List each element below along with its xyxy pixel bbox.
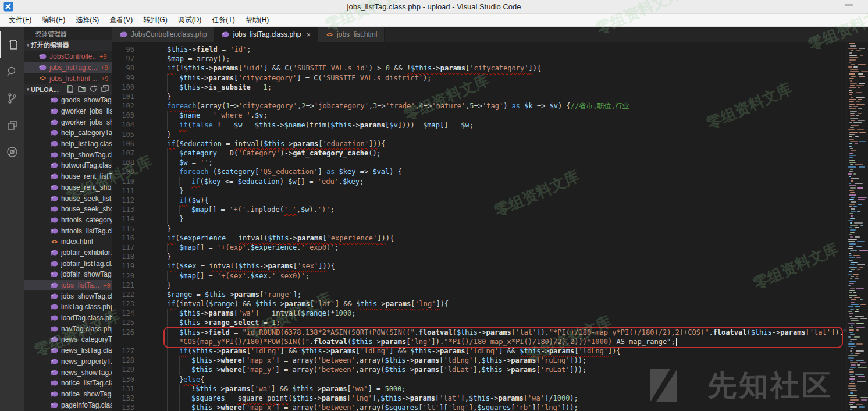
menu-item-任务T[interactable]: 任务(T) — [207, 14, 240, 26]
menu-item-文件F[interactable]: 文件(F) — [3, 14, 37, 26]
file-item[interactable]: news_propertyT... — [24, 356, 112, 367]
file-item[interactable]: house_seek_sho... — [24, 204, 112, 215]
file-item[interactable]: hotwordTag.clas... — [24, 160, 112, 171]
code-line[interactable]: 107$category = D('Category')->get_catego… — [112, 148, 846, 158]
code-line[interactable]: 124$this->params['wa'] = intval($range)*… — [112, 309, 846, 318]
open-editor-item[interactable]: JobsControlle..+9 — [24, 51, 112, 62]
file-item[interactable]: hrtools_category.. — [24, 215, 112, 226]
code-line[interactable]: 98if(!$this->params['uid'] && C('SUBSITE… — [112, 63, 846, 73]
code-line[interactable]: 130}else{ — [112, 375, 846, 384]
tab-jobscontroller-class-php[interactable]: JobsController.class.php — [112, 27, 215, 42]
extensions-icon[interactable] — [0, 112, 24, 139]
code-line[interactable]: *COS(map_y*PI()/180)*POW(SIN((".floatval… — [112, 337, 846, 346]
file-item[interactable]: <>index.html — [24, 236, 112, 247]
tab-jobs_list-html[interactable]: <>jobs_list.html — [318, 27, 385, 42]
menu-item-选择S[interactable]: 选择(S) — [70, 14, 104, 26]
file-item[interactable]: jobfair_listTag.cl... — [24, 258, 112, 269]
minimap-bar — [858, 64, 866, 65]
file-item[interactable]: news_listTag.clas.. — [24, 345, 112, 356]
code-line[interactable]: 100$this->is_subsite = 1; — [112, 83, 846, 92]
code-line[interactable]: 120$map[] = '+(sex'.$sex.' sex0)'; — [112, 271, 846, 281]
minimap[interactable] — [846, 42, 868, 411]
code-line[interactable]: 111} — [112, 186, 846, 196]
code-line[interactable]: 129$this->where['map_y'] = array('betwee… — [112, 365, 846, 374]
code-line[interactable]: 102foreach(array(1=>'citycategory',2=>'j… — [112, 101, 846, 111]
file-item[interactable]: pageinfoTag.clas.. — [24, 399, 112, 410]
file-item[interactable]: help_showTag.cl... — [24, 149, 112, 160]
new-file-icon[interactable] — [66, 85, 74, 94]
search-icon[interactable] — [0, 58, 24, 85]
file-item[interactable]: jobfair_exhibitor... — [24, 247, 112, 258]
code-line[interactable]: 121} — [112, 281, 846, 290]
open-editor-item[interactable]: jobs_listTag.c...+9 — [24, 62, 112, 73]
file-item[interactable]: house_rent_sho... — [24, 182, 112, 193]
menu-item-编辑E[interactable]: 编辑(E) — [37, 14, 70, 26]
new-folder-icon[interactable] — [78, 85, 86, 94]
refresh-icon[interactable] — [90, 85, 97, 94]
file-item[interactable]: house_seek_listT... — [24, 193, 112, 204]
menu-item-转到G[interactable]: 转到(G) — [138, 14, 172, 26]
collapse-all-icon[interactable] — [101, 85, 109, 94]
code-line[interactable]: 119if($sex = intval($this->params['sex']… — [112, 261, 846, 271]
code-line[interactable]: 104if(false !== $w = $this->$name(trim($… — [112, 121, 846, 130]
file-item[interactable]: news_showTag.c... — [24, 367, 112, 378]
code-line[interactable]: 109foreach ($category['QS_education'] as… — [112, 167, 846, 176]
menu-item-帮助H[interactable]: 帮助(H) — [240, 14, 275, 26]
code-line[interactable]: 103$name = '_where_'.$v; — [112, 111, 846, 120]
code-line[interactable]: 123if(intval($range) && $this->params['l… — [112, 299, 846, 309]
source-control-icon[interactable] — [0, 85, 24, 112]
code-line[interactable]: 99$this->params['citycategory'] = C('SUB… — [112, 73, 846, 83]
code-line[interactable]: 132$squares = square_point($this->params… — [112, 394, 846, 403]
code-line[interactable]: 113$map[] = '+('.implode(' ',$w).')'; — [112, 205, 846, 214]
code-line[interactable]: 101} — [112, 92, 846, 101]
open-editors-header[interactable]: ▾ 打开的编辑器 — [24, 40, 112, 51]
minimize-button[interactable]: — — [840, 0, 858, 13]
code-line[interactable]: 127if($this->params['ldLng'] && $this->p… — [112, 346, 846, 356]
minimap-bar — [850, 169, 853, 170]
code-line[interactable]: 122$range = $this->params['range']; — [112, 290, 846, 299]
code-editor[interactable]: 96$this->field = 'id';97$map = array();9… — [112, 42, 846, 411]
code-line[interactable]: 112if($w){ — [112, 196, 846, 205]
code-line[interactable]: 133$this->where['map_x'] = array('betwee… — [112, 403, 846, 411]
file-item[interactable]: navTag.class.php — [24, 323, 112, 334]
code-line[interactable]: 96$this->field = 'id'; — [112, 45, 846, 54]
code-line[interactable]: 108$w = ''; — [112, 158, 846, 167]
code-line[interactable]: 125$this->range_select = 1; — [112, 318, 846, 327]
file-item[interactable]: goods_showTag... — [24, 95, 112, 106]
code-line[interactable]: 110if($key <= $education) $w[] = 'edu'.$… — [112, 177, 846, 186]
code-line[interactable]: 97$map = array(); — [112, 54, 846, 63]
code-line[interactable]: 117$map[] = '+(exp'.$experience.' exp0)'… — [112, 243, 846, 252]
close-icon[interactable]: × — [306, 30, 311, 39]
file-item[interactable]: gworker_jobs_lis... — [24, 106, 112, 117]
debug-icon[interactable] — [0, 139, 24, 165]
code-line[interactable]: 115} — [112, 224, 846, 233]
file-item[interactable]: help_listTag.clas... — [24, 139, 112, 150]
folder-header[interactable]: ▾ UPLOA... — [24, 84, 112, 95]
file-item[interactable]: notice_listTag.cla.. — [24, 378, 112, 389]
code-line[interactable]: 118} — [112, 252, 846, 261]
menu-item-调试D[interactable]: 调试(D) — [173, 14, 207, 26]
code-line[interactable]: 128$this->where['map_x'] = array('betwee… — [112, 356, 846, 365]
indent-guide — [155, 54, 167, 63]
code-line[interactable]: 131!$this->params['wa'] && $this->params… — [112, 384, 846, 394]
file-item[interactable]: jobfair_showTag... — [24, 269, 112, 280]
menu-item-查看V[interactable]: 查看(V) — [104, 14, 138, 26]
open-editor-item[interactable]: <>jobs_list.html ...+9 — [24, 73, 112, 84]
tab-jobs_listtag-class-php[interactable]: jobs_listTag.class.php× — [215, 27, 318, 42]
file-item[interactable]: notice_showTag... — [24, 389, 112, 400]
file-item[interactable]: loadTag.class.php — [24, 313, 112, 324]
file-item[interactable]: news_categoryT... — [24, 334, 112, 345]
explorer-icon[interactable] — [0, 31, 24, 58]
file-item[interactable]: hrtools_listTag.cl... — [24, 225, 112, 236]
file-item[interactable]: jobs_showTag.cl... — [24, 290, 112, 302]
code-line[interactable]: 116if($experience = intval($this->params… — [112, 233, 846, 243]
file-item[interactable]: gworker_jobs_sh... — [24, 116, 112, 127]
file-item[interactable]: linkTag.class.php — [24, 302, 112, 313]
file-item[interactable]: house_rent_listT... — [24, 171, 112, 182]
file-item[interactable]: help_categoryTa... — [24, 127, 112, 139]
code-line[interactable]: 114} — [112, 214, 846, 224]
code-line[interactable]: 106if($education = intval($this->params[… — [112, 139, 846, 148]
file-item[interactable]: jobs_listTa...+9 — [24, 280, 112, 291]
code-line[interactable]: 126$this->field = "id,ROUND(6378.138*2*A… — [112, 328, 846, 337]
code-line[interactable]: 105} — [112, 130, 846, 139]
